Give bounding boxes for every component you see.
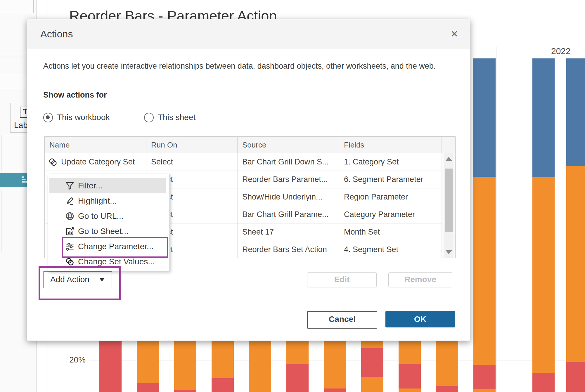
menu-item-filter[interactable]: Filter... <box>49 178 166 193</box>
menu-item-label: Change Set Values... <box>78 254 155 269</box>
scroll-down-icon[interactable] <box>446 250 452 254</box>
dialog-divider <box>43 298 456 298</box>
action-fields: Region Parameter <box>339 188 442 206</box>
action-source: Sheet 17 <box>238 223 339 241</box>
sheet-icon <box>65 227 75 236</box>
action-fields: Category Parameter <box>339 206 442 223</box>
action-source: Reorder Bars Paramet... <box>238 171 339 188</box>
bar-segment[interactable] <box>473 365 496 389</box>
bar-segment[interactable] <box>399 388 421 392</box>
chevron-down-icon <box>99 278 105 281</box>
action-fields: 1. Category Set <box>339 153 442 171</box>
set-icon <box>65 257 75 266</box>
radio-this-sheet[interactable]: This sheet <box>144 112 195 123</box>
radio-this-workbook[interactable]: This workbook <box>43 112 110 123</box>
bar-segment[interactable] <box>324 388 346 392</box>
column-header-name[interactable]: Name <box>45 137 146 153</box>
set-icon <box>48 157 58 167</box>
menu-item-go-to-sheet[interactable]: Go to Sheet... <box>49 224 166 239</box>
menu-item-highlight[interactable]: Highlight... <box>49 193 166 209</box>
bar-segment[interactable] <box>137 383 159 392</box>
add-action-label: Add Action <box>50 272 89 287</box>
tableau-workspace: T Label Reorder Bars - Parameter Action … <box>0 0 585 392</box>
cancel-button[interactable]: Cancel <box>307 311 377 329</box>
dialog-title: Actions <box>40 19 73 49</box>
bar-segment[interactable] <box>532 373 555 392</box>
menu-item-label: Change Parameter... <box>78 239 153 254</box>
action-name: Update Category Set <box>61 157 135 166</box>
menu-item-label: Filter... <box>78 178 103 193</box>
bar-segment[interactable] <box>473 177 496 365</box>
bar-segment[interactable] <box>361 377 383 392</box>
parameter-icon <box>65 242 75 251</box>
globe-icon <box>65 211 75 221</box>
bar-segment[interactable] <box>361 348 383 377</box>
ok-button[interactable]: OK <box>385 311 455 327</box>
show-actions-for-heading: Show actions for <box>43 91 107 100</box>
bar-segment[interactable] <box>566 166 585 362</box>
menu-item-label: Go to URL... <box>78 209 124 224</box>
action-source: Bar Chart Grill Down S... <box>238 153 339 171</box>
bar-segment[interactable] <box>473 58 496 177</box>
highlight-icon <box>65 196 75 206</box>
table-scrollbar[interactable] <box>442 153 455 258</box>
actions-dialog: Actions ✕ Actions let you create interac… <box>27 19 470 341</box>
radio-button[interactable] <box>43 113 53 122</box>
radio-button[interactable] <box>144 113 154 122</box>
dialog-description: Actions let you create interactive relat… <box>43 60 467 72</box>
bar-segment[interactable] <box>532 58 555 177</box>
add-action-menu: Filter... Highlight... Go to URL... <box>48 174 170 271</box>
bar-segment[interactable] <box>436 386 458 392</box>
bar-segment[interactable] <box>286 364 309 392</box>
scrollbar-thumb[interactable] <box>445 169 453 232</box>
action-fields: Month Set <box>339 223 442 241</box>
edit-button[interactable]: Edit <box>307 272 377 287</box>
bar-segment[interactable] <box>566 58 585 166</box>
scroll-up-icon[interactable] <box>446 157 452 161</box>
bar-segment[interactable] <box>473 389 496 392</box>
action-run-on: Select <box>146 153 238 171</box>
menu-item-go-to-url[interactable]: Go to URL... <box>49 209 166 224</box>
bar-segment[interactable] <box>532 177 555 373</box>
menu-item-change-set-values[interactable]: Change Set Values... <box>49 254 166 269</box>
bar-segment[interactable] <box>566 362 585 392</box>
column-header-source[interactable]: Source <box>238 137 339 153</box>
column-header-run-on[interactable]: Run On <box>146 137 238 153</box>
table-row[interactable]: Update Category Set Select Bar Chart Gri… <box>45 153 455 171</box>
remove-button[interactable]: Remove <box>388 272 452 287</box>
action-source: Bar Chart Grill Parame... <box>238 206 339 223</box>
bar-segment[interactable] <box>399 364 421 388</box>
menu-item-label: Highlight... <box>78 193 117 209</box>
radio-label: This sheet <box>158 113 195 122</box>
action-source: Reorder Bars Set Action <box>238 241 339 258</box>
action-source: Show/Hide Underlyin... <box>238 188 339 206</box>
add-action-button[interactable]: Add Action <box>43 271 112 288</box>
action-fields: 4. Segment Set <box>339 241 442 258</box>
menu-item-change-parameter[interactable]: Change Parameter... <box>49 239 166 254</box>
column-header-fields[interactable]: Fields <box>339 137 442 153</box>
scrollbar-track[interactable] <box>444 153 454 258</box>
filter-icon <box>65 181 75 190</box>
column-header-spacer <box>442 137 455 153</box>
radio-label: This workbook <box>57 113 110 122</box>
action-fields: 6. Segment Parameter <box>339 171 442 188</box>
menu-item-label: Go to Sheet... <box>78 224 129 239</box>
dialog-titlebar: Actions ✕ <box>27 19 470 49</box>
close-icon[interactable]: ✕ <box>448 28 461 40</box>
bar-segment[interactable] <box>212 378 234 392</box>
bar-segment[interactable] <box>174 390 196 392</box>
